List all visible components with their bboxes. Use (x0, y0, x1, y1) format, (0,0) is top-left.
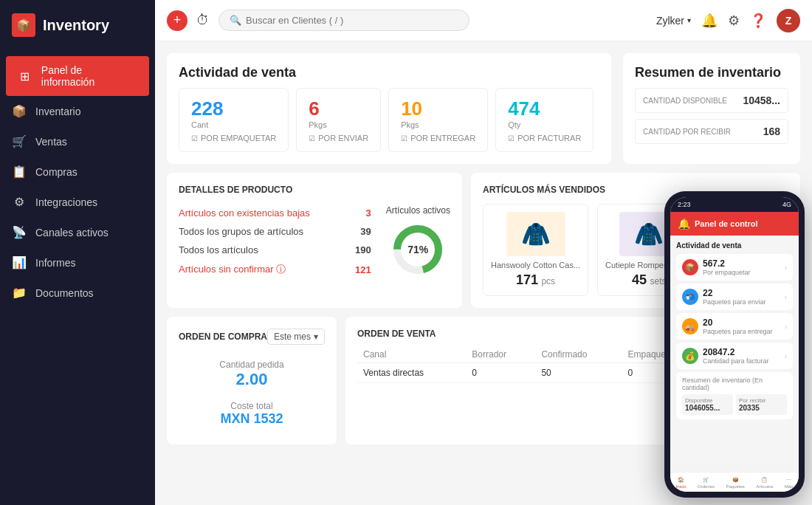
card-value-empaquetar: 228 (191, 97, 276, 120)
topbar: + ⏱ 🔍 Zylker ▾ 🔔 ⚙ ❓ Z (155, 0, 812, 41)
activity-card-entregar: 10 Pkgs ☑ POR ENTREGAR (388, 88, 488, 152)
activity-card-empaquetar: 228 Cant ☑ POR EMPAQUETAR (179, 88, 289, 152)
phone-recibir-box: Por recibir 20335 (736, 394, 787, 415)
sidebar-nav: ⊞ Panel de información 📦 Inventario 🛒 Ve… (0, 56, 155, 308)
panel-icon: ⊞ (18, 69, 32, 83)
top-item-0: 🧥 Hanswooly Cotton Cas... 171 pcs (483, 204, 588, 296)
sidebar-item-integraciones[interactable]: ⚙ Integraciones (0, 187, 155, 217)
sidebar-item-inventario[interactable]: 📦 Inventario (0, 96, 155, 126)
card-value-entregar: 10 (401, 97, 475, 120)
phone-nav-inicio-icon: 🏠 (678, 477, 684, 483)
grupos-label: Todos los grupos de artículos (179, 226, 303, 237)
topbar-right: Zylker ▾ 🔔 ⚙ ❓ Z (656, 9, 800, 32)
informes-icon: 📊 (12, 255, 27, 269)
settings-icon[interactable]: ⚙ (728, 13, 740, 29)
phone-stat-0: 📦 567.2 Por empaquetar › (676, 254, 793, 281)
ventas-icon: 🛒 (12, 134, 27, 148)
phone-nav-mas-label: Más (785, 484, 793, 489)
sidebar-item-compras[interactable]: 📋 Compras (0, 157, 155, 187)
phone-nav-ordenes-label: Ordenes (698, 484, 715, 489)
phone-stat-1-label: Paquetes para enviar (703, 298, 780, 306)
resumen-recibir-value: 168 (763, 126, 780, 137)
phone-stat-1-value: 22 (703, 288, 780, 298)
top-item-0-unit: pcs (541, 276, 555, 286)
top-item-0-qty: 171 pcs (491, 272, 580, 288)
sales-col-canal: Canal (357, 346, 466, 363)
purchase-filter[interactable]: Este mes ▾ (267, 329, 325, 345)
purchase-coste: Coste total MXN 1532 (179, 395, 325, 433)
sidebar-item-inventario-label: Inventario (35, 106, 80, 117)
card-sub-facturar: ☑ POR FACTURAR (508, 134, 581, 142)
inventario-icon: 📦 (12, 104, 27, 118)
phone-nav-articulos[interactable]: 📋 Artículos (756, 477, 773, 489)
phone-stat-0-icon: 📦 (682, 259, 698, 275)
help-icon[interactable]: ❓ (750, 13, 766, 29)
phone-stat-3: 💰 20847.2 Cantidad para facturar › (676, 343, 793, 369)
phone-stat-2: 🚚 20 Paquetes para entregar › (676, 313, 793, 340)
phone-stat-1: 📬 22 Paquetes para enviar › (676, 284, 793, 310)
sales-cell-canal: Ventas directas (357, 363, 466, 383)
chevron-right-icon-3: › (785, 352, 787, 360)
history-button[interactable]: ⏱ (196, 13, 210, 28)
phone-nav-inicio[interactable]: 🏠 Inicio (676, 477, 687, 489)
add-button[interactable]: + (167, 10, 187, 31)
phone-inner: 2:23 4G 🔔 Panel de control Actividad de … (670, 197, 799, 492)
sidebar-item-canales[interactable]: 📡 Canales activos (0, 217, 155, 247)
phone-disponible-box: Disponible 1046055... (682, 394, 733, 415)
activity-title: Actividad de venta (179, 65, 599, 80)
sidebar-item-integraciones-label: Integraciones (35, 196, 97, 208)
notifications-icon[interactable]: 🔔 (701, 13, 718, 29)
detail-row-grupos: Todos los grupos de artículos 39 (179, 222, 371, 241)
donut-chart-area: Artículos activos 71% (386, 204, 450, 280)
search-input[interactable] (246, 15, 458, 26)
detail-row-confirmar[interactable]: Artículos sin confirmar ⓘ 121 (179, 259, 371, 280)
sales-cell-confirmado: 50 (535, 363, 622, 383)
donut-chart: 71% (388, 220, 447, 279)
detail-row-bajas[interactable]: Artículos con existencias bajas 3 (179, 204, 371, 222)
chevron-right-icon-2: › (785, 323, 787, 331)
sidebar-item-compras-label: Compras (35, 166, 78, 178)
sidebar-item-informes[interactable]: 📊 Informes (0, 247, 155, 278)
bajas-value: 3 (365, 207, 371, 219)
sidebar-item-panel[interactable]: ⊞ Panel de información (6, 56, 149, 96)
avatar[interactable]: Z (777, 9, 800, 32)
phone-nav-ordenes-icon: 🛒 (703, 477, 709, 483)
confirmar-label: Artículos sin confirmar ⓘ (179, 263, 286, 276)
sidebar-item-documentos[interactable]: 📁 Documentos (0, 278, 155, 308)
phone-nav-paquetes[interactable]: 📦 Paquetes (726, 477, 744, 489)
phone-mockup: 2:23 4G 🔔 Panel de control Actividad de … (664, 191, 805, 498)
documentos-icon: 📁 (12, 286, 27, 300)
phone-header-title: Panel de control (695, 219, 758, 228)
compras-icon: 📋 (12, 165, 27, 179)
activity-card-facturar: 474 Qty ☑ POR FACTURAR (495, 88, 593, 152)
product-details-section: DETALLES DE PRODUCTO Artículos con exist… (167, 173, 462, 308)
chevron-right-icon-0: › (785, 264, 787, 272)
resumen-title: Resumen de inventario (635, 65, 788, 80)
resumen-disponible-label: CANTIDAD DISPONIBLE (643, 97, 727, 105)
sidebar-item-informes-label: Informes (35, 257, 75, 269)
sidebar: 📦 Inventory ⊞ Panel de información 📦 Inv… (0, 0, 155, 505)
activity-section: Actividad de venta 228 Cant ☑ POR EMPAQU… (167, 53, 611, 164)
phone-recibir-value: 20335 (739, 404, 784, 412)
phone-nav-mas[interactable]: ⋯ Más (785, 477, 793, 489)
top-item-0-qty-value: 171 (516, 272, 538, 287)
sales-col-confirmado: Confirmado (535, 346, 622, 363)
phone-stat-3-icon: 💰 (682, 348, 698, 364)
phone-resumen-row: Disponible 1046055... Por recibir 20335 (682, 394, 787, 415)
card-label-empaquetar: Cant (191, 120, 276, 129)
canales-icon: 📡 (12, 225, 27, 239)
card-value-facturar: 474 (508, 97, 581, 120)
phone-stat-2-icon: 🚚 (682, 318, 698, 334)
phone-signal: 4G (782, 201, 791, 208)
activity-card-enviar: 6 Pkgs ☑ POR ENVIAR (296, 88, 381, 152)
chevron-down-icon-purchase: ▾ (314, 331, 318, 342)
user-menu[interactable]: Zylker ▾ (656, 15, 691, 27)
phone-stat-2-label: Paquetes para entregar (703, 328, 780, 335)
search-bar[interactable]: 🔍 (219, 10, 469, 31)
phone-disponible-label: Disponible (685, 397, 730, 404)
card-sub-empaquetar: ☑ POR EMPAQUETAR (191, 134, 276, 142)
resumen-disponible-value: 10458... (743, 95, 780, 106)
sidebar-item-ventas[interactable]: 🛒 Ventas (0, 126, 155, 157)
phone-nav-ordenes[interactable]: 🛒 Ordenes (698, 477, 715, 489)
purchase-header: ORDEN DE COMPRA Este mes ▾ (179, 329, 325, 345)
